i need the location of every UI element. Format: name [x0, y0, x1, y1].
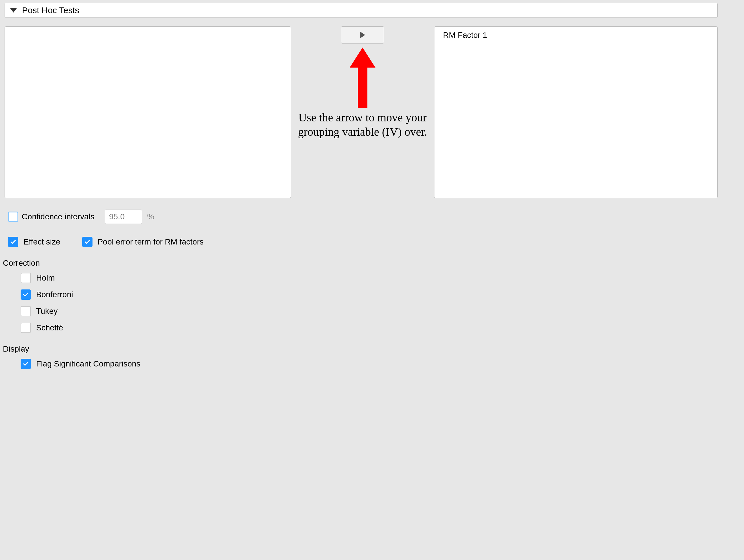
- check-icon: [84, 239, 90, 245]
- flag-significant-checkbox[interactable]: [21, 359, 31, 369]
- collapse-icon: [10, 8, 17, 12]
- percent-label: %: [147, 212, 154, 221]
- pool-error-label: Pool error term for RM factors: [98, 237, 203, 247]
- effect-size-row: Effect size Pool error term for RM facto…: [8, 237, 741, 247]
- move-right-button[interactable]: [341, 26, 384, 43]
- tukey-checkbox[interactable]: [21, 306, 31, 316]
- panel-title: Post Hoc Tests: [22, 5, 79, 15]
- tukey-label: Tukey: [36, 307, 58, 316]
- check-icon: [23, 361, 29, 367]
- correction-heading: Correction: [3, 259, 741, 268]
- confidence-intervals-label: Confidence intervals: [22, 212, 95, 221]
- tukey-row: Tukey: [21, 306, 741, 316]
- check-icon: [23, 292, 29, 298]
- list-item[interactable]: RM Factor 1: [443, 31, 709, 40]
- annotation-text: Use the arrow to move your grouping vari…: [297, 111, 429, 139]
- check-icon: [10, 239, 16, 245]
- pool-error-checkbox[interactable]: [82, 237, 92, 247]
- holm-row: Holm: [21, 273, 741, 283]
- bonferroni-checkbox[interactable]: [21, 290, 31, 300]
- scheffe-checkbox[interactable]: [21, 323, 31, 333]
- available-variables-list[interactable]: [5, 26, 291, 198]
- effect-size-label: Effect size: [24, 237, 61, 247]
- flag-row: Flag Significant Comparisons: [21, 359, 741, 369]
- confidence-intervals-row: Confidence intervals %: [8, 210, 741, 224]
- scheffe-row: Scheffé: [21, 323, 741, 333]
- arrow-right-icon: [360, 32, 365, 38]
- post-hoc-header[interactable]: Post Hoc Tests: [5, 3, 718, 18]
- display-heading: Display: [3, 344, 741, 353]
- holm-checkbox[interactable]: [21, 273, 31, 283]
- transfer-center: Use the arrow to move your grouping vari…: [291, 26, 434, 139]
- effect-size-checkbox[interactable]: [8, 237, 18, 247]
- transfer-row: Use the arrow to move your grouping vari…: [5, 26, 741, 198]
- holm-label: Holm: [36, 273, 55, 283]
- selected-variables-list[interactable]: RM Factor 1: [434, 26, 718, 198]
- annotation-arrow-icon: [350, 47, 375, 108]
- svg-marker-0: [350, 47, 375, 108]
- scheffe-label: Scheffé: [36, 323, 63, 332]
- bonferroni-row: Bonferroni: [21, 290, 741, 300]
- flag-significant-label: Flag Significant Comparisons: [36, 359, 140, 369]
- confidence-intervals-checkbox[interactable]: [8, 212, 18, 222]
- confidence-level-input[interactable]: [105, 210, 142, 224]
- bonferroni-label: Bonferroni: [36, 290, 73, 299]
